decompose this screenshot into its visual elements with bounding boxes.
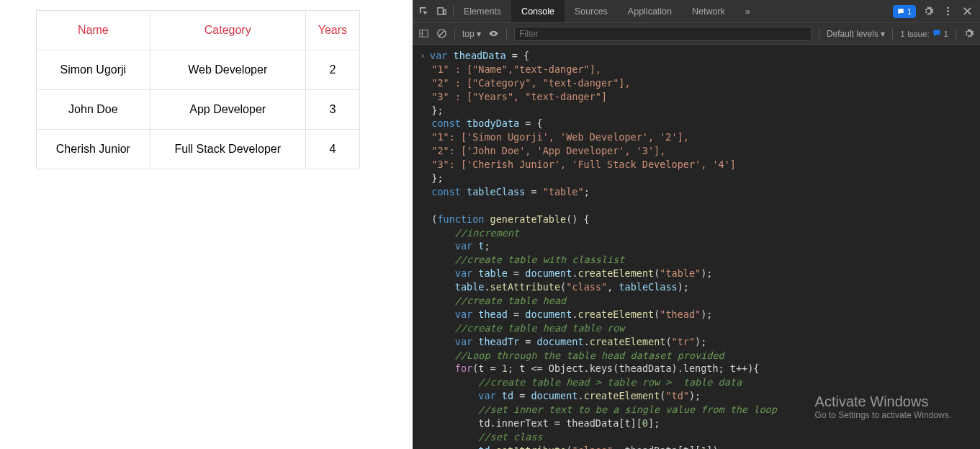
more-tabs-button[interactable]: » xyxy=(735,0,760,22)
messages-count: 1 xyxy=(907,7,912,16)
table-header-category: Category xyxy=(150,11,305,50)
table-header-name: Name xyxy=(37,11,150,50)
levels-selector[interactable]: Default levels ▾ xyxy=(827,29,885,39)
cell-name: John Doe xyxy=(37,90,150,130)
clear-console-icon[interactable] xyxy=(436,28,447,39)
data-table: Name Category Years Simon Ugorji Web Dev… xyxy=(36,10,360,169)
cell-years: 4 xyxy=(305,130,359,169)
eye-icon[interactable] xyxy=(488,28,499,39)
devtools-panel: Elements Console Sources Application Net… xyxy=(413,0,980,449)
messages-badge[interactable]: 1 xyxy=(893,5,916,18)
close-icon[interactable] xyxy=(962,6,973,17)
cell-category: Full Stack Developer xyxy=(150,130,305,169)
gear-icon[interactable] xyxy=(963,28,974,39)
filter-input[interactable] xyxy=(514,27,812,41)
page-left: Name Category Years Simon Ugorji Web Dev… xyxy=(0,0,413,449)
table-row: John Doe App Developer 3 xyxy=(37,90,360,130)
table-header-row: Name Category Years xyxy=(37,11,360,50)
devtools-tabbar: Elements Console Sources Application Net… xyxy=(413,0,980,23)
tab-network[interactable]: Network xyxy=(682,0,735,22)
console-toolbar: top ▾ Default levels ▾ 1 Issue: 1 xyxy=(413,23,980,45)
sidebar-toggle-icon[interactable] xyxy=(418,28,429,39)
console-output[interactable]: ›var theadData = { "1" : ["Name","text-d… xyxy=(413,45,980,449)
inspect-icon[interactable] xyxy=(418,6,429,17)
tab-sources[interactable]: Sources xyxy=(565,0,618,22)
svg-rect-0 xyxy=(438,8,444,14)
cell-category: App Developer xyxy=(150,90,305,130)
table-row: Cherish Junior Full Stack Developer 4 xyxy=(37,130,360,169)
svg-point-4 xyxy=(947,14,949,16)
cell-name: Cherish Junior xyxy=(37,130,150,169)
cell-years: 2 xyxy=(305,50,359,90)
table-header-years: Years xyxy=(305,11,359,50)
tab-elements[interactable]: Elements xyxy=(454,0,511,22)
gear-icon[interactable] xyxy=(923,6,934,17)
table-row: Simon Ugorji Web Developer 2 xyxy=(37,50,360,90)
context-selector[interactable]: top ▾ xyxy=(462,29,481,39)
svg-point-3 xyxy=(947,10,949,12)
svg-point-2 xyxy=(947,6,949,9)
kebab-icon[interactable] xyxy=(943,6,953,17)
tab-console[interactable]: Console xyxy=(511,0,565,22)
issues-badge[interactable]: 1 Issue: 1 xyxy=(900,29,948,39)
cell-years: 3 xyxy=(305,90,359,130)
svg-rect-5 xyxy=(420,30,428,37)
chevron-right-icon: › xyxy=(420,49,430,63)
cell-category: Web Developer xyxy=(150,50,305,90)
tab-application[interactable]: Application xyxy=(618,0,682,22)
cell-name: Simon Ugorji xyxy=(37,50,150,90)
device-toggle-icon[interactable] xyxy=(436,6,447,17)
svg-line-8 xyxy=(439,31,445,37)
svg-rect-1 xyxy=(444,10,446,15)
